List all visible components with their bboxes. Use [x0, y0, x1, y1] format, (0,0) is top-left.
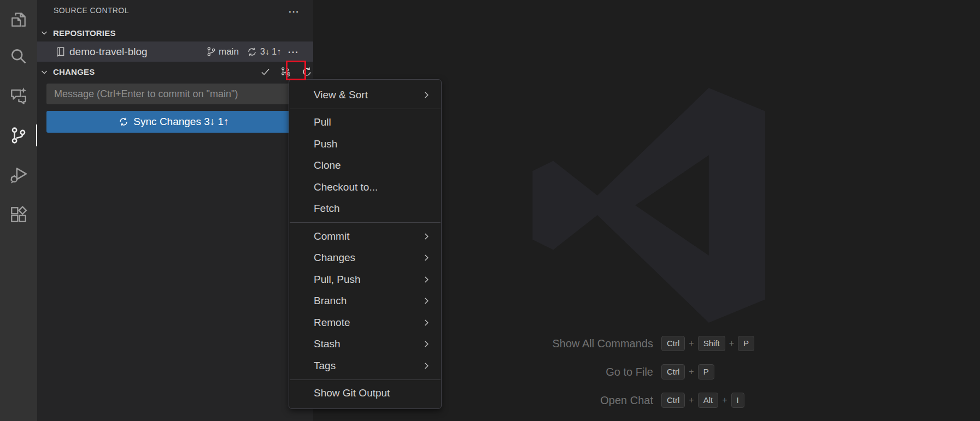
sync-changes-button[interactable]: Sync Changes 3↓ 1↑: [46, 111, 301, 133]
repository-row[interactable]: demo-travel-blog main 3↓ 1↑ ···: [37, 41, 313, 62]
activity-item-chat[interactable]: [0, 79, 37, 112]
create-branch-button[interactable]: [278, 64, 293, 79]
refresh-icon: [302, 67, 312, 77]
repositories-section-header[interactable]: REPOSITORIES: [37, 24, 313, 41]
files-icon: [9, 10, 28, 29]
repositories-section-label: REPOSITORIES: [53, 28, 116, 38]
ellipsis-icon: ···: [289, 7, 300, 16]
plus-sign: +: [689, 367, 694, 377]
menu-item-view-sort[interactable]: View & Sort: [289, 84, 441, 106]
activity-item-run-debug[interactable]: [0, 158, 37, 191]
menu-item-clone[interactable]: Clone: [289, 155, 441, 177]
debug-icon: [9, 165, 28, 184]
check-icon: [260, 67, 271, 77]
commit-message-input[interactable]: [46, 84, 301, 104]
shortcut-keys: Ctrl+Shift+P: [661, 336, 754, 351]
panel-title: SOURCE CONTROL: [54, 6, 129, 15]
menu-item-tags[interactable]: Tags: [289, 355, 441, 377]
menu-item-remote[interactable]: Remote: [289, 312, 441, 334]
shortcut-keys: Ctrl+Alt+I: [661, 393, 744, 408]
vscode-window: SOURCE CONTROL ··· REPOSITORIES demo-tra…: [0, 0, 980, 421]
menu-item-push[interactable]: Push: [289, 133, 441, 155]
branch-name[interactable]: main: [219, 46, 239, 57]
chevron-right-icon: [421, 296, 431, 306]
key-cap: Shift: [698, 336, 725, 351]
repository-name: demo-travel-blog: [69, 46, 148, 58]
key-cap: Alt: [698, 393, 719, 408]
branch-plus-icon: [280, 67, 291, 77]
menu-item-checkout-to[interactable]: Checkout to...: [289, 176, 441, 198]
chevron-right-icon: [421, 253, 431, 263]
source-control-context-menu: View & Sort Pull Push Clone Checkout to.…: [289, 79, 442, 409]
sync-counts: 3↓ 1↑: [260, 47, 281, 57]
activity-item-explorer[interactable]: [0, 3, 37, 36]
chevron-right-icon: [421, 339, 431, 349]
chevron-right-icon: [421, 90, 431, 100]
search-icon: [9, 47, 28, 66]
sync-icon[interactable]: [247, 47, 257, 57]
shortcut-keys: Ctrl+P: [661, 364, 714, 380]
menu-item-pull[interactable]: Pull: [289, 112, 441, 134]
plus-sign: +: [689, 395, 694, 405]
menu-separator: [290, 109, 441, 109]
key-cap: Ctrl: [661, 336, 685, 351]
source-control-sidebar: SOURCE CONTROL ··· REPOSITORIES demo-tra…: [37, 0, 313, 421]
repo-icon: [55, 46, 66, 57]
chevron-right-icon: [421, 361, 431, 371]
changes-section-label: CHANGES: [53, 67, 95, 76]
activity-item-search[interactable]: [0, 40, 37, 73]
git-branch-icon: [9, 126, 28, 145]
key-cap: P: [738, 336, 754, 351]
chevron-right-icon: [421, 232, 431, 241]
sync-changes-label: Sync Changes 3↓ 1↑: [133, 116, 228, 128]
activity-item-extensions[interactable]: [0, 198, 37, 231]
commit-button[interactable]: [257, 64, 273, 79]
menu-item-fetch[interactable]: Fetch: [289, 198, 441, 220]
menu-item-pull-push[interactable]: Pull, Push: [289, 269, 441, 290]
chevron-down-icon: [40, 28, 49, 37]
activity-item-source-control[interactable]: [0, 119, 37, 152]
menu-item-show-git-output[interactable]: Show Git Output: [289, 383, 441, 405]
sync-icon: [119, 117, 128, 127]
plus-sign: +: [729, 339, 734, 348]
key-cap: Ctrl: [661, 364, 685, 380]
activity-bar: [0, 0, 37, 421]
chevron-right-icon: [421, 318, 431, 328]
chevron-down-icon: [40, 68, 49, 76]
menu-item-stash[interactable]: Stash: [289, 334, 441, 355]
menu-separator: [290, 222, 441, 223]
key-cap: P: [698, 364, 714, 380]
plus-sign: +: [689, 339, 694, 348]
key-cap: Ctrl: [661, 393, 685, 408]
chat-sparkle-icon: [9, 86, 28, 105]
menu-item-commit[interactable]: Commit: [289, 226, 441, 247]
menu-item-branch[interactable]: Branch: [289, 290, 441, 312]
vscode-logo-watermark: [526, 83, 771, 328]
ellipsis-icon: ···: [288, 48, 299, 57]
chevron-right-icon: [421, 275, 431, 284]
git-branch-icon: [206, 46, 216, 57]
extensions-icon: [9, 205, 28, 224]
key-cap: I: [731, 393, 744, 408]
repository-more-actions-button[interactable]: ···: [286, 44, 301, 60]
refresh-button[interactable]: [299, 64, 314, 79]
menu-separator: [290, 380, 441, 380]
plus-sign: +: [722, 395, 727, 405]
panel-more-actions-button[interactable]: ···: [286, 4, 302, 19]
menu-item-changes[interactable]: Changes: [289, 247, 441, 269]
